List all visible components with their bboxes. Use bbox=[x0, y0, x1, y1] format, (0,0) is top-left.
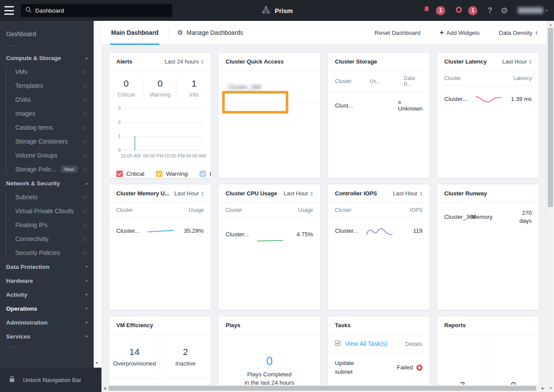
manage-dashboards-button[interactable]: ⚙ Manage Dashboards bbox=[177, 29, 243, 37]
sidebar-item-floating-ips[interactable]: Floating IPs☆ bbox=[0, 218, 94, 232]
global-search[interactable] bbox=[21, 4, 172, 17]
widget-cluster-cpu-usage: Cluster CPU Usage Last Hour ▲▼ Cluster U… bbox=[218, 184, 321, 310]
runway-resource: Memory bbox=[471, 214, 493, 220]
star-icon[interactable]: ☆ bbox=[82, 235, 88, 242]
star-icon[interactable]: ☆ bbox=[82, 208, 88, 214]
scroll-down-arrow-icon[interactable]: ▾ bbox=[96, 361, 98, 365]
sidebar-section-administration[interactable]: Administration▾ bbox=[0, 315, 94, 329]
details-label[interactable]: Details bbox=[405, 341, 422, 347]
task-row[interactable]: Update subnet Failed bbox=[328, 353, 429, 382]
network-security-items: Subnets☆ Virtual Private Clouds☆ Floatin… bbox=[0, 190, 94, 260]
widget-title: Cluster Runway bbox=[444, 190, 487, 197]
sidebar-item-connectivity[interactable]: Connectivity☆ bbox=[0, 232, 94, 246]
overprovisioned-cell[interactable]: 14 Overprovisioned bbox=[109, 335, 160, 379]
star-icon[interactable]: ☆ bbox=[82, 110, 88, 117]
alerts-range-select[interactable]: Last 24 hours ▲▼ bbox=[165, 58, 204, 65]
sidebar-item-storage-containers[interactable]: Storage Containers☆ bbox=[0, 134, 94, 148]
widget-title: Alerts bbox=[116, 58, 132, 65]
sidebar-section-data-protection[interactable]: Data Protection▾ bbox=[0, 260, 94, 274]
sidebar-item-images[interactable]: Images☆ bbox=[0, 107, 94, 121]
sidebar-section-operations[interactable]: Operations▾ bbox=[0, 302, 94, 315]
sidebar-item-virtual-private-clouds[interactable]: Virtual Private Clouds☆ bbox=[0, 204, 94, 218]
notification-count-badge[interactable]: 1 bbox=[436, 6, 445, 15]
star-icon[interactable]: ☆ bbox=[82, 152, 88, 159]
cluster-link[interactable]: Cluster_368 bbox=[444, 213, 465, 221]
sidebar-item-catalog-items[interactable]: Catalog Items☆ bbox=[0, 121, 94, 134]
cluster-quick-access-item[interactable]: Cluster_368 bbox=[219, 71, 320, 104]
latency-sparkline bbox=[475, 93, 503, 105]
star-icon[interactable]: ☆ bbox=[82, 68, 88, 75]
task-name: Update subnet bbox=[335, 359, 366, 376]
sidebar-section-activity[interactable]: Activity▾ bbox=[0, 288, 94, 302]
table-header: Cluster Us... Data R... bbox=[328, 71, 429, 92]
cluster-link[interactable]: Cluster... bbox=[444, 96, 473, 102]
scroll-down-arrow-icon[interactable]: ▼ bbox=[547, 386, 554, 390]
cluster-link[interactable]: Clust... bbox=[335, 102, 367, 109]
settings-gear-icon[interactable]: ⚙ bbox=[500, 6, 508, 16]
critical-count[interactable]: 0Critical bbox=[109, 77, 143, 100]
cluster-link[interactable]: Cluster... bbox=[226, 231, 254, 238]
sort-arrows-icon: ▲▼ bbox=[420, 191, 422, 196]
sidebar-item-volume-groups[interactable]: Volume Groups☆ bbox=[0, 148, 94, 162]
star-icon[interactable]: ☆ bbox=[82, 96, 88, 103]
unlock-navigation-bar[interactable]: Unlock Navigation Bar bbox=[0, 368, 101, 392]
sidebar-item-templates[interactable]: Templates☆ bbox=[0, 79, 94, 93]
sidebar-item-vms[interactable]: VMs☆ bbox=[0, 65, 94, 79]
data-density-select[interactable]: Data Density ▲▼ bbox=[499, 30, 538, 36]
horizontal-scrollbar-thumb[interactable] bbox=[108, 386, 536, 391]
star-icon[interactable]: ☆ bbox=[82, 166, 88, 173]
search-input[interactable] bbox=[35, 7, 168, 14]
legend-info-checkbox[interactable]: Info bbox=[199, 171, 211, 177]
sidebar-section-hardware[interactable]: Hardware▾ bbox=[0, 274, 94, 288]
sidebar-section-services[interactable]: Services▾ bbox=[0, 329, 94, 343]
sidebar-item-subnets[interactable]: Subnets☆ bbox=[0, 190, 94, 204]
alert-count-badge[interactable]: 1 bbox=[468, 6, 477, 15]
sidebar-item-storage-policies[interactable]: Storage Polic...New☆ bbox=[0, 162, 94, 176]
star-icon[interactable]: ☆ bbox=[82, 249, 88, 256]
memory-range-select[interactable]: Last Hour ▲▼ bbox=[174, 190, 204, 197]
plus-icon: + bbox=[439, 29, 443, 37]
checkbox-checked-icon bbox=[116, 171, 123, 177]
sidebar-scrollbar[interactable]: ▾ bbox=[94, 21, 101, 368]
gear-icon: ⚙ bbox=[177, 29, 183, 37]
cluster-link[interactable]: Cluster... bbox=[335, 228, 364, 234]
view-all-tasks-link[interactable]: View All Task(s) bbox=[345, 340, 388, 347]
vertical-scrollbar[interactable]: ▲ ▼ bbox=[547, 21, 554, 392]
sidebar-item-ovas[interactable]: OVAs☆ bbox=[0, 93, 94, 107]
reset-dashboard-button[interactable]: Reset Dashboard bbox=[375, 30, 420, 36]
scroll-right-arrow-icon[interactable]: ▶ bbox=[542, 386, 544, 390]
legend-critical-checkbox[interactable]: Critical bbox=[116, 171, 144, 177]
latency-range-select[interactable]: Last Hour ▲▼ bbox=[502, 58, 532, 65]
cluster-link[interactable]: Cluster... bbox=[116, 228, 145, 234]
star-icon[interactable]: ☆ bbox=[82, 124, 88, 131]
user-menu[interactable]: ▾ bbox=[518, 7, 548, 13]
alerts-ring-icon[interactable] bbox=[455, 6, 463, 15]
sidebar-item-dashboard[interactable]: Dashboard bbox=[0, 26, 94, 42]
table-header: Cluster IOPS bbox=[328, 203, 429, 218]
star-icon[interactable]: ☆ bbox=[82, 82, 88, 89]
notifications-bell-icon[interactable] bbox=[423, 6, 430, 15]
add-widgets-button[interactable]: + Add Widgets bbox=[439, 29, 480, 37]
help-icon[interactable]: ? bbox=[487, 6, 492, 15]
sidebar-section-network-security[interactable]: Network & Security ▴ bbox=[0, 176, 94, 190]
chevron-down-icon: ▾ bbox=[85, 306, 88, 311]
warning-count[interactable]: 0Warning bbox=[143, 77, 177, 100]
info-count[interactable]: 1Info bbox=[177, 77, 211, 100]
horizontal-scrollbar[interactable]: ◀ ▶ bbox=[101, 385, 547, 392]
cpu-range-select[interactable]: Last Hour ▲▼ bbox=[284, 190, 313, 197]
star-icon[interactable]: ☆ bbox=[82, 221, 88, 228]
sidebar-item-security-policies[interactable]: Security Policies☆ bbox=[0, 246, 94, 260]
hamburger-menu-icon[interactable] bbox=[4, 6, 14, 15]
vertical-scrollbar-thumb[interactable] bbox=[548, 28, 553, 207]
cluster-link-blurred[interactable]: Cluster_368 bbox=[228, 84, 261, 90]
inactive-cell[interactable]: 2 Inactive bbox=[160, 335, 211, 379]
star-icon[interactable]: ☆ bbox=[82, 138, 88, 145]
iops-range-select[interactable]: Last Hour ▲▼ bbox=[393, 190, 422, 197]
widget-vm-efficiency: VM Efficiency 14 Overprovisioned 2 Inact… bbox=[109, 316, 211, 392]
legend-warning-checkbox[interactable]: Warning bbox=[156, 171, 188, 177]
sidebar-section-compute-storage[interactable]: Compute & Storage ▴ bbox=[0, 51, 94, 65]
tab-main-dashboard[interactable]: Main Dashboard bbox=[110, 21, 159, 45]
star-icon[interactable]: ☆ bbox=[82, 194, 88, 201]
scroll-left-arrow-icon[interactable]: ◀ bbox=[103, 386, 106, 390]
scroll-up-arrow-icon[interactable]: ▲ bbox=[547, 23, 554, 27]
